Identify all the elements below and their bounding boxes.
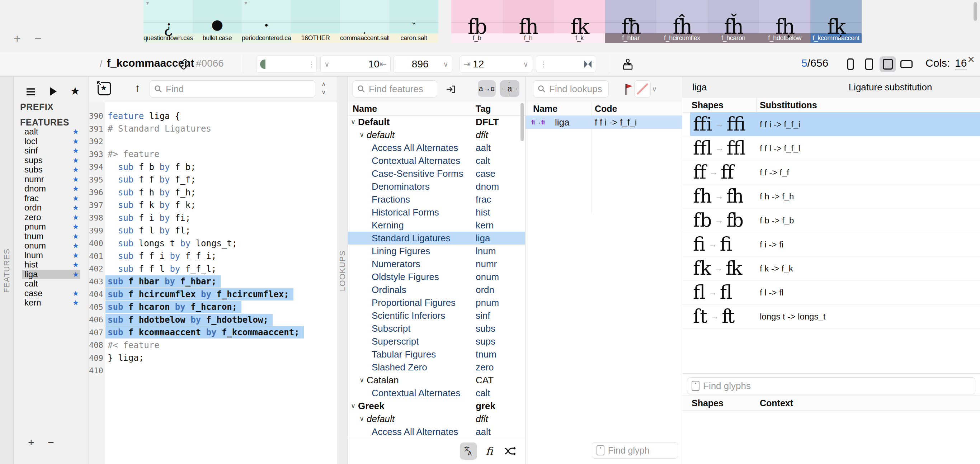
glyph-cell[interactable]: ˇcaron.salt (389, 0, 438, 43)
width-value[interactable]: 896 (397, 59, 443, 70)
feature-row-aalt[interactable]: Access All Alternatesaalt (348, 425, 525, 438)
width-field[interactable]: 896 ∨ (393, 56, 452, 73)
sidebar-item-lnum[interactable]: lnum★ (22, 251, 80, 260)
substitution-row[interactable]: ſt→ftlongs t -> longs_t (682, 304, 980, 329)
glyph-cell[interactable]: fhf_h (503, 0, 554, 43)
glyph-cell[interactable]: fbf_b (451, 0, 503, 43)
code-line[interactable]: 391# Standard Ligatures (89, 122, 337, 135)
code-text[interactable]: #> feature (108, 149, 160, 159)
substitution-row[interactable]: fl→ﬂf l -> fl (682, 280, 980, 304)
feature-row-tnum[interactable]: Tabular Figurestnum (348, 348, 525, 361)
feature-row-grek[interactable]: ∨Greekgrek (348, 399, 525, 412)
substitution-row[interactable]: fh→fhf h -> f_h (682, 184, 980, 208)
match-exact-button[interactable]: a→ɑ (478, 80, 496, 97)
chevron-down-icon[interactable]: ∨ (360, 131, 364, 139)
features-rail[interactable]: FEATURES (0, 77, 14, 464)
view-square-button[interactable] (880, 56, 896, 72)
spacing-field[interactable]: ⇥ 12 ∨ (460, 56, 532, 73)
glyph-cell[interactable]: ‚commaaccent.salt (340, 0, 389, 43)
strike-color-swatch[interactable] (634, 80, 651, 97)
play-icon[interactable] (49, 86, 57, 97)
feature-row-numr[interactable]: Numeratorsnumr (348, 257, 525, 270)
view-narrow-button[interactable] (842, 56, 859, 72)
code-line[interactable]: 401 sub f f i by f_f_i; (89, 250, 337, 263)
glyph-cell[interactable]: ●bullet.case (192, 0, 242, 43)
star-icon[interactable]: ★ (72, 251, 79, 260)
code-column-header[interactable]: Code (595, 103, 617, 114)
code-text[interactable]: sub f hdotbelow by f_hdotbelow; (105, 314, 273, 326)
features-header[interactable]: FEATURES (20, 117, 69, 128)
code-line[interactable]: 398 sub f i by fi; (89, 211, 337, 224)
feature-row-pnum[interactable]: Proportional Figurespnum (348, 296, 525, 309)
feature-row-DFLT[interactable]: ∨DefaultDFLT (348, 116, 525, 129)
spacing-value[interactable]: 12 (473, 59, 484, 70)
feature-row-ordn[interactable]: Ordinalsordn (348, 283, 525, 296)
feature-row-lnum[interactable]: Lining Figureslnum (348, 245, 525, 257)
star-icon[interactable]: ★ (72, 232, 79, 241)
code-text[interactable]: sub f i by fi; (108, 213, 191, 223)
cols-value[interactable]: 16 (955, 57, 967, 70)
shapes-column-header[interactable]: Shapes (692, 398, 724, 408)
sample-string-field[interactable]: ⋮ (256, 56, 317, 73)
sidebar-item-case[interactable]: case★ (22, 289, 80, 298)
glyph-cell[interactable]: fȟf_hcaron (708, 0, 759, 43)
code-line[interactable]: 390feature liga { (89, 110, 337, 122)
feature-row-calt[interactable]: Contextual Alternatescalt (348, 154, 525, 167)
code-line[interactable]: 403sub f hbar by f_hbar; (89, 275, 337, 288)
sidebar-item-aalt[interactable]: aalt★ (22, 127, 80, 137)
drag-handle-icon[interactable]: ⋮ (540, 62, 545, 66)
sidebar-item-dnom[interactable]: dnom★ (22, 184, 80, 194)
remove-feature-button[interactable]: − (48, 436, 54, 448)
sidebar-item-subs[interactable]: subs★ (22, 165, 80, 175)
feature-row-onum[interactable]: Oldstyle Figuresonum (348, 270, 525, 283)
feature-row-frac[interactable]: Fractionsfrac (348, 193, 525, 206)
strip-scrollbar[interactable] (974, 2, 977, 21)
star-icon[interactable]: ★ (70, 85, 80, 97)
star-icon[interactable]: ★ (72, 156, 79, 165)
name-column-header[interactable]: Name (533, 103, 557, 114)
sidebar-item-sinf[interactable]: sinf★ (22, 146, 80, 156)
glyph-cell[interactable]: 16OTHER (291, 0, 340, 43)
view-wide-button[interactable] (898, 56, 915, 72)
code-text[interactable]: } liga; (108, 353, 144, 363)
find-lookups-field[interactable]: Find lookups (533, 80, 609, 97)
star-icon[interactable]: ★ (72, 127, 79, 136)
lookups-rail[interactable]: LOOKUPS (337, 77, 348, 464)
glyph-cell[interactable]: fḥf_hdotbelow (759, 0, 810, 43)
find-features-field[interactable]: Find features (353, 80, 437, 97)
chevron-down-icon[interactable]: ∨ (351, 118, 355, 126)
star-icon[interactable]: ★ (72, 213, 79, 222)
feature-row-dflt[interactable]: ∨defaultdflt (348, 412, 525, 425)
star-icon[interactable]: ★ (72, 270, 79, 279)
star-icon[interactable]: ★ (72, 184, 79, 193)
code-text[interactable]: sub f l by fl; (108, 226, 191, 235)
sidebar-item-sups[interactable]: sups★ (22, 156, 80, 165)
code-text[interactable]: sub f f i by f_f_i; (108, 251, 216, 261)
code-text[interactable]: # Standard Ligatures (108, 124, 211, 134)
code-text[interactable]: sub f f l by f_f_l; (108, 264, 216, 274)
glyph-cell[interactable]: ▼•periodcentered.case (242, 0, 291, 43)
star-icon[interactable]: ★ (72, 289, 79, 298)
star-icon[interactable]: ★ (72, 222, 79, 231)
feature-row-kern[interactable]: Kerningkern (348, 219, 525, 232)
stamp-icon[interactable] (621, 58, 635, 72)
code-line[interactable]: 393#> feature (89, 148, 337, 161)
features-scrollbar[interactable] (520, 103, 524, 141)
glyph-cell[interactable]: fkf_k (554, 0, 605, 43)
star-icon[interactable]: ★ (72, 242, 79, 250)
star-icon[interactable]: ★ (72, 260, 79, 269)
prefix-header[interactable]: PREFIX (20, 102, 53, 112)
code-text[interactable]: sub f hcaron by f_hcaron; (105, 301, 242, 313)
up-arrow-icon[interactable]: ↑ (135, 82, 140, 94)
adjust-position-button[interactable]: a ↑ ↓ ← → (500, 80, 519, 97)
feature-row-sups[interactable]: Superscriptsups (348, 335, 525, 348)
feature-row-subs[interactable]: Subscriptsubs (348, 322, 525, 335)
code-text[interactable]: sub longs t by longs_t; (108, 238, 237, 248)
feature-row-case[interactable]: Case-Sensitive Formscase (348, 167, 525, 180)
chevron-down-icon[interactable]: ∨ (443, 60, 449, 68)
sidebar-item-ordn[interactable]: ordn★ (22, 203, 80, 213)
star-icon[interactable]: ★ (72, 175, 79, 184)
flag-icon[interactable] (625, 83, 634, 95)
code-line[interactable]: 406sub f hdotbelow by f_hdotbelow; (89, 313, 337, 326)
feature-row-aalt[interactable]: Access All Alternatesaalt (348, 141, 525, 154)
